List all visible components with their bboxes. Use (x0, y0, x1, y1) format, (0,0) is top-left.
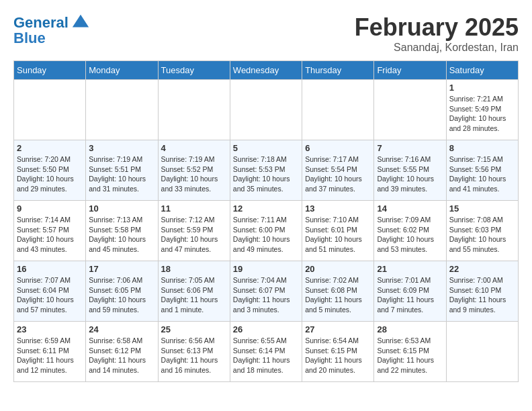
day-number: 28 (377, 324, 443, 334)
day-info: Sunrise: 7:08 AM Sunset: 6:03 PM Dayligh… (449, 215, 515, 255)
day-number: 12 (233, 203, 299, 214)
calendar-header-row: SundayMondayTuesdayWednesdayThursdayFrid… (14, 61, 519, 80)
day-number: 9 (17, 203, 83, 214)
calendar-cell: 28Sunrise: 6:53 AM Sunset: 6:15 PM Dayli… (374, 322, 446, 382)
calendar-cell (230, 80, 302, 140)
day-number: 15 (449, 203, 515, 214)
calendar-cell: 8Sunrise: 7:15 AM Sunset: 5:56 PM Daylig… (446, 140, 518, 201)
logo-icon (71, 13, 90, 32)
day-number: 5 (233, 143, 299, 153)
calendar-table: SundayMondayTuesdayWednesdayThursdayFrid… (13, 60, 519, 382)
calendar-cell: 11Sunrise: 7:12 AM Sunset: 5:59 PM Dayli… (158, 201, 230, 261)
day-number: 3 (89, 143, 154, 153)
month-year: February 2025 (355, 13, 519, 42)
calendar-cell: 10Sunrise: 7:13 AM Sunset: 5:58 PM Dayli… (86, 201, 158, 261)
day-number: 27 (305, 324, 371, 334)
day-number: 6 (305, 143, 371, 153)
calendar-week-row: 16Sunrise: 7:07 AM Sunset: 6:04 PM Dayli… (14, 261, 519, 322)
day-info: Sunrise: 7:20 AM Sunset: 5:50 PM Dayligh… (17, 154, 83, 194)
day-number: 7 (377, 143, 443, 153)
calendar-cell (446, 322, 518, 382)
day-number: 22 (449, 264, 515, 274)
calendar-cell: 16Sunrise: 7:07 AM Sunset: 6:04 PM Dayli… (14, 261, 86, 322)
day-info: Sunrise: 7:17 AM Sunset: 5:54 PM Dayligh… (305, 154, 371, 194)
calendar-cell: 12Sunrise: 7:11 AM Sunset: 6:00 PM Dayli… (230, 201, 302, 261)
day-info: Sunrise: 7:12 AM Sunset: 5:59 PM Dayligh… (161, 215, 227, 255)
day-number: 20 (305, 264, 371, 274)
calendar-week-row: 23Sunrise: 6:59 AM Sunset: 6:11 PM Dayli… (14, 322, 519, 382)
day-info: Sunrise: 7:02 AM Sunset: 6:08 PM Dayligh… (305, 275, 371, 315)
location: Sanandaj, Kordestan, Iran (355, 42, 519, 54)
day-info: Sunrise: 7:16 AM Sunset: 5:55 PM Dayligh… (377, 154, 443, 194)
day-info: Sunrise: 7:11 AM Sunset: 6:00 PM Dayligh… (233, 215, 299, 255)
day-number: 17 (89, 264, 154, 274)
day-info: Sunrise: 6:59 AM Sunset: 6:11 PM Dayligh… (17, 336, 83, 375)
calendar-cell (302, 80, 374, 140)
day-info: Sunrise: 6:53 AM Sunset: 6:15 PM Dayligh… (377, 336, 443, 375)
day-info: Sunrise: 6:58 AM Sunset: 6:12 PM Dayligh… (89, 336, 154, 375)
day-info: Sunrise: 7:06 AM Sunset: 6:05 PM Dayligh… (89, 275, 154, 315)
day-number: 18 (161, 264, 227, 274)
day-number: 16 (17, 264, 83, 274)
calendar-cell (158, 80, 230, 140)
calendar-cell: 7Sunrise: 7:16 AM Sunset: 5:55 PM Daylig… (374, 140, 446, 201)
logo: General Blue (13, 13, 90, 47)
calendar-cell: 25Sunrise: 6:56 AM Sunset: 6:13 PM Dayli… (158, 322, 230, 382)
day-info: Sunrise: 7:09 AM Sunset: 6:02 PM Dayligh… (377, 215, 443, 255)
day-info: Sunrise: 7:21 AM Sunset: 5:49 PM Dayligh… (449, 94, 515, 134)
calendar-week-row: 2Sunrise: 7:20 AM Sunset: 5:50 PM Daylig… (14, 140, 519, 201)
day-number: 2 (17, 143, 83, 153)
day-number: 4 (161, 143, 227, 153)
calendar-cell: 3Sunrise: 7:19 AM Sunset: 5:51 PM Daylig… (86, 140, 158, 201)
day-info: Sunrise: 7:07 AM Sunset: 6:04 PM Dayligh… (17, 275, 83, 315)
calendar-cell: 6Sunrise: 7:17 AM Sunset: 5:54 PM Daylig… (302, 140, 374, 201)
day-number: 23 (17, 324, 83, 334)
calendar-cell: 9Sunrise: 7:14 AM Sunset: 5:57 PM Daylig… (14, 201, 86, 261)
calendar-cell: 5Sunrise: 7:18 AM Sunset: 5:53 PM Daylig… (230, 140, 302, 201)
col-header-saturday: Saturday (446, 61, 518, 80)
svg-marker-0 (73, 15, 89, 28)
day-number: 25 (161, 324, 227, 334)
day-number: 8 (449, 143, 515, 153)
day-info: Sunrise: 7:05 AM Sunset: 6:06 PM Dayligh… (161, 275, 227, 315)
col-header-wednesday: Wednesday (230, 61, 302, 80)
calendar-cell: 24Sunrise: 6:58 AM Sunset: 6:12 PM Dayli… (86, 322, 158, 382)
calendar-cell: 27Sunrise: 6:54 AM Sunset: 6:15 PM Dayli… (302, 322, 374, 382)
title-block: February 2025 Sanandaj, Kordestan, Iran (355, 13, 519, 54)
col-header-sunday: Sunday (14, 61, 86, 80)
day-info: Sunrise: 7:13 AM Sunset: 5:58 PM Dayligh… (89, 215, 154, 255)
day-number: 19 (233, 264, 299, 274)
col-header-monday: Monday (86, 61, 158, 80)
day-number: 11 (161, 203, 227, 214)
page-header: General Blue February 2025 Sanandaj, Kor… (13, 13, 519, 54)
calendar-cell: 26Sunrise: 6:55 AM Sunset: 6:14 PM Dayli… (230, 322, 302, 382)
day-info: Sunrise: 7:10 AM Sunset: 6:01 PM Dayligh… (305, 215, 371, 255)
calendar-cell (374, 80, 446, 140)
calendar-cell: 1Sunrise: 7:21 AM Sunset: 5:49 PM Daylig… (446, 80, 518, 140)
col-header-thursday: Thursday (302, 61, 374, 80)
calendar-cell: 17Sunrise: 7:06 AM Sunset: 6:05 PM Dayli… (86, 261, 158, 322)
calendar-cell: 19Sunrise: 7:04 AM Sunset: 6:07 PM Dayli… (230, 261, 302, 322)
day-info: Sunrise: 7:19 AM Sunset: 5:51 PM Dayligh… (89, 154, 154, 194)
day-number: 24 (89, 324, 154, 334)
calendar-cell: 22Sunrise: 7:00 AM Sunset: 6:10 PM Dayli… (446, 261, 518, 322)
calendar-cell: 13Sunrise: 7:10 AM Sunset: 6:01 PM Dayli… (302, 201, 374, 261)
day-number: 21 (377, 264, 443, 274)
calendar-cell: 20Sunrise: 7:02 AM Sunset: 6:08 PM Dayli… (302, 261, 374, 322)
day-number: 14 (377, 203, 443, 214)
calendar-week-row: 9Sunrise: 7:14 AM Sunset: 5:57 PM Daylig… (14, 201, 519, 261)
calendar-cell: 14Sunrise: 7:09 AM Sunset: 6:02 PM Dayli… (374, 201, 446, 261)
day-info: Sunrise: 6:55 AM Sunset: 6:14 PM Dayligh… (233, 336, 299, 375)
col-header-friday: Friday (374, 61, 446, 80)
calendar-cell (86, 80, 158, 140)
day-number: 1 (449, 83, 515, 93)
calendar-cell: 23Sunrise: 6:59 AM Sunset: 6:11 PM Dayli… (14, 322, 86, 382)
day-info: Sunrise: 7:18 AM Sunset: 5:53 PM Dayligh… (233, 154, 299, 194)
day-info: Sunrise: 7:04 AM Sunset: 6:07 PM Dayligh… (233, 275, 299, 315)
day-info: Sunrise: 7:01 AM Sunset: 6:09 PM Dayligh… (377, 275, 443, 315)
day-number: 10 (89, 203, 154, 214)
calendar-cell: 4Sunrise: 7:19 AM Sunset: 5:52 PM Daylig… (158, 140, 230, 201)
day-info: Sunrise: 7:14 AM Sunset: 5:57 PM Dayligh… (17, 215, 83, 255)
logo-text: General (13, 15, 69, 31)
day-info: Sunrise: 6:54 AM Sunset: 6:15 PM Dayligh… (305, 336, 371, 375)
